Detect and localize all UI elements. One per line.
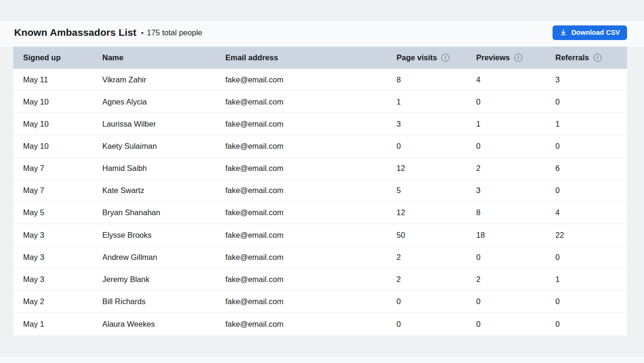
cell-signed-up: May 3 xyxy=(23,231,102,240)
column-header-previews: Previews i xyxy=(476,53,555,62)
table-row: May 3 Jeremy Blank fake@email.com 2 2 1 xyxy=(13,268,627,290)
cell-name: Elysse Brooks xyxy=(102,231,225,240)
cell-page-visits: 12 xyxy=(396,164,476,173)
cell-previews: 0 xyxy=(476,320,555,329)
cell-referrals: 4 xyxy=(555,208,627,217)
cell-page-visits: 0 xyxy=(396,297,476,306)
cell-signed-up: May 2 xyxy=(23,297,102,306)
cell-name: Vikram Zahir xyxy=(102,75,225,84)
cell-signed-up: May 11 xyxy=(23,75,102,84)
cell-referrals: 3 xyxy=(555,75,627,84)
cell-page-visits: 50 xyxy=(396,231,476,240)
cell-previews: 0 xyxy=(476,142,555,151)
download-csv-label: Download CSV xyxy=(571,29,620,36)
cell-previews: 8 xyxy=(476,208,555,217)
cell-page-visits: 8 xyxy=(396,75,476,84)
cell-name: Andrew Gillman xyxy=(102,253,225,262)
cell-page-visits: 2 xyxy=(396,275,476,284)
cell-referrals: 22 xyxy=(555,231,627,240)
cell-email: fake@email.com xyxy=(225,186,396,195)
cell-previews: 2 xyxy=(476,164,555,173)
cell-signed-up: May 5 xyxy=(23,208,102,217)
table-row: May 10 Kaety Sulaiman fake@email.com 0 0… xyxy=(13,135,627,157)
cell-email: fake@email.com xyxy=(225,320,396,329)
info-icon[interactable]: i xyxy=(441,54,449,62)
page-header: Known Ambassadors List • 175 total peopl… xyxy=(0,21,644,47)
table-row: May 10 Laurissa Wilber fake@email.com 3 … xyxy=(13,113,627,135)
cell-page-visits: 5 xyxy=(396,186,476,195)
cell-previews: 4 xyxy=(476,75,555,84)
table-row: May 5 Bryan Shanahan fake@email.com 12 8… xyxy=(13,202,627,224)
cell-page-visits: 12 xyxy=(396,208,476,217)
separator-dot: • xyxy=(141,29,143,37)
cell-previews: 1 xyxy=(476,120,555,129)
cell-signed-up: May 1 xyxy=(23,320,102,329)
cell-email: fake@email.com xyxy=(225,97,396,106)
cell-name: Jeremy Blank xyxy=(102,275,225,284)
column-header-label: Signed up xyxy=(23,53,61,62)
cell-referrals: 0 xyxy=(555,297,627,306)
cell-referrals: 0 xyxy=(555,186,627,195)
column-header-signed-up: Signed up xyxy=(23,53,102,62)
table-row: May 7 Kate Swartz fake@email.com 5 3 0 xyxy=(13,180,627,202)
cell-page-visits: 2 xyxy=(396,253,476,262)
total-count: • 175 total people xyxy=(141,28,202,37)
cell-name: Bryan Shanahan xyxy=(102,208,225,217)
table-row: May 3 Elysse Brooks fake@email.com 50 18… xyxy=(13,224,627,246)
footer-strip xyxy=(0,357,644,363)
table-row: May 7 Hamid Saibh fake@email.com 12 2 6 xyxy=(13,158,627,180)
cell-previews: 0 xyxy=(476,97,555,106)
download-csv-button[interactable]: Download CSV xyxy=(553,25,627,40)
cell-signed-up: May 10 xyxy=(23,120,102,129)
info-icon[interactable]: i xyxy=(594,54,602,62)
cell-previews: 0 xyxy=(476,297,555,306)
cell-referrals: 1 xyxy=(555,120,627,129)
cell-referrals: 0 xyxy=(555,253,627,262)
cell-name: Hamid Saibh xyxy=(102,164,225,173)
cell-name: Alaura Weekes xyxy=(102,320,225,329)
column-header-name: Name xyxy=(102,53,225,62)
cell-previews: 0 xyxy=(476,253,555,262)
table-header-row: Signed up Name Email address Page visits… xyxy=(13,47,627,69)
cell-email: fake@email.com xyxy=(225,75,396,84)
cell-signed-up: May 7 xyxy=(23,164,102,173)
table-row: May 1 Alaura Weekes fake@email.com 0 0 0 xyxy=(13,313,627,335)
cell-previews: 18 xyxy=(476,231,555,240)
cell-email: fake@email.com xyxy=(225,142,396,151)
cell-previews: 3 xyxy=(476,186,555,195)
table-body: May 11 Vikram Zahir fake@email.com 8 4 3… xyxy=(13,69,627,335)
column-header-label: Referrals xyxy=(555,53,589,62)
total-people-label: 175 total people xyxy=(147,28,202,37)
cell-page-visits: 3 xyxy=(396,120,476,129)
table-row: May 10 Agnes Alycia fake@email.com 1 0 0 xyxy=(13,91,627,113)
ambassadors-table: Signed up Name Email address Page visits… xyxy=(13,47,627,335)
cell-email: fake@email.com xyxy=(225,208,396,217)
cell-referrals: 6 xyxy=(555,164,627,173)
cell-referrals: 0 xyxy=(555,142,627,151)
cell-referrals: 0 xyxy=(555,320,627,329)
column-header-referrals: Referrals i xyxy=(555,53,627,62)
cell-signed-up: May 3 xyxy=(23,275,102,284)
cell-referrals: 0 xyxy=(555,97,627,106)
cell-signed-up: May 10 xyxy=(23,142,102,151)
cell-page-visits: 0 xyxy=(396,142,476,151)
page-title: Known Ambassadors List xyxy=(14,27,136,38)
table-row: May 2 Bill Richards fake@email.com 0 0 0 xyxy=(13,290,627,313)
download-icon xyxy=(560,29,567,36)
cell-signed-up: May 7 xyxy=(23,186,102,195)
column-header-label: Page visits xyxy=(396,53,437,62)
cell-name: Bill Richards xyxy=(102,297,225,306)
column-header-label: Name xyxy=(102,53,124,62)
info-icon[interactable]: i xyxy=(514,54,522,62)
cell-email: fake@email.com xyxy=(225,231,396,240)
cell-signed-up: May 10 xyxy=(23,97,102,106)
column-header-label: Previews xyxy=(476,53,510,62)
cell-page-visits: 1 xyxy=(396,97,476,106)
column-header-page-visits: Page visits i xyxy=(396,53,476,62)
cell-signed-up: May 3 xyxy=(23,253,102,262)
column-header-email: Email address xyxy=(225,53,396,62)
cell-email: fake@email.com xyxy=(225,120,396,129)
cell-name: Kate Swartz xyxy=(102,186,225,195)
cell-name: Kaety Sulaiman xyxy=(102,142,225,151)
cell-name: Laurissa Wilber xyxy=(102,120,225,129)
